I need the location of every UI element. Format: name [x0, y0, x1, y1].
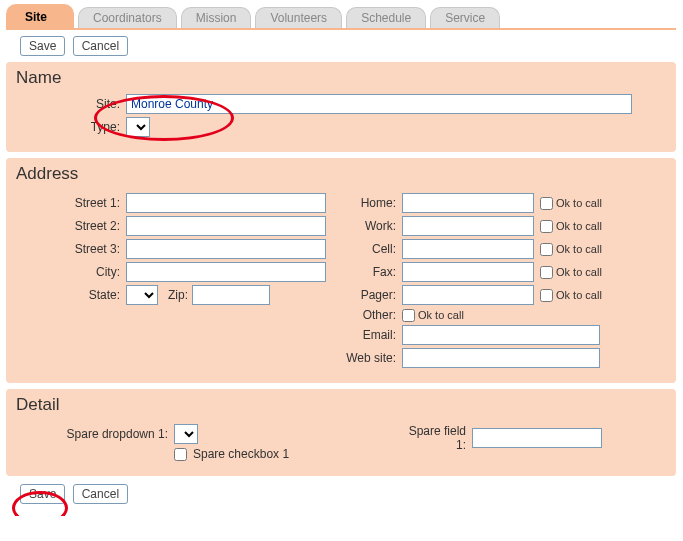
cell-label: Cell: [346, 242, 402, 256]
pager-input[interactable] [402, 285, 534, 305]
section-address: Address Street 1: Street 2: Street 3: Ci… [6, 158, 676, 383]
work-label: Work: [346, 219, 402, 233]
zip-input[interactable] [192, 285, 270, 305]
spare-dropdown-select[interactable] [174, 424, 198, 444]
home-ok-label: Ok to call [556, 197, 602, 209]
other-ok-checkbox[interactable] [402, 309, 415, 322]
street3-label: Street 3: [16, 242, 126, 256]
save-button-top[interactable]: Save [20, 36, 65, 56]
fax-ok-label: Ok to call [556, 266, 602, 278]
fax-ok-wrap[interactable]: Ok to call [540, 266, 602, 279]
cell-ok-checkbox[interactable] [540, 243, 553, 256]
spare-checkbox[interactable] [174, 448, 187, 461]
tab-coordinators[interactable]: Coordinators [78, 7, 177, 28]
section-name-title: Name [16, 68, 666, 88]
city-label: City: [16, 265, 126, 279]
site-label: Site: [16, 97, 126, 111]
fax-label: Fax: [346, 265, 402, 279]
zip-label: Zip: [168, 288, 188, 302]
spare-field-label: Spare field 1: [396, 424, 472, 452]
cancel-button-bottom[interactable]: Cancel [73, 484, 128, 504]
section-address-title: Address [16, 164, 666, 184]
work-ok-label: Ok to call [556, 220, 602, 232]
pager-ok-checkbox[interactable] [540, 289, 553, 302]
spare-checkbox-wrap[interactable]: Spare checkbox 1 [174, 447, 289, 461]
section-detail: Detail Spare dropdown 1: Spare checkbox … [6, 389, 676, 476]
home-label: Home: [346, 196, 402, 210]
cell-input[interactable] [402, 239, 534, 259]
spare-checkbox-label: Spare checkbox 1 [193, 447, 289, 461]
street1-label: Street 1: [16, 196, 126, 210]
website-input[interactable] [402, 348, 600, 368]
spare-dropdown-label: Spare dropdown 1: [16, 427, 174, 441]
tab-site[interactable]: Site [6, 4, 74, 28]
other-ok-wrap[interactable]: Ok to call [402, 309, 464, 322]
street1-input[interactable] [126, 193, 326, 213]
pager-ok-label: Ok to call [556, 289, 602, 301]
email-label: Email: [346, 328, 402, 342]
website-label: Web site: [346, 351, 402, 365]
section-detail-title: Detail [16, 395, 666, 415]
work-ok-checkbox[interactable] [540, 220, 553, 233]
state-label: State: [16, 288, 126, 302]
work-input[interactable] [402, 216, 534, 236]
state-select[interactable] [126, 285, 158, 305]
site-input[interactable] [126, 94, 632, 114]
fax-input[interactable] [402, 262, 534, 282]
fax-ok-checkbox[interactable] [540, 266, 553, 279]
email-input[interactable] [402, 325, 600, 345]
cell-ok-label: Ok to call [556, 243, 602, 255]
tab-service[interactable]: Service [430, 7, 500, 28]
type-select[interactable] [126, 117, 150, 137]
spare-field-input[interactable] [472, 428, 602, 448]
street2-label: Street 2: [16, 219, 126, 233]
tab-mission[interactable]: Mission [181, 7, 252, 28]
type-label: Type: [16, 120, 126, 134]
home-ok-checkbox[interactable] [540, 197, 553, 210]
home-input[interactable] [402, 193, 534, 213]
tab-volunteers[interactable]: Volunteers [255, 7, 342, 28]
section-name: Name Site: Type: [6, 62, 676, 152]
street3-input[interactable] [126, 239, 326, 259]
save-button-bottom[interactable]: Save [20, 484, 65, 504]
pager-ok-wrap[interactable]: Ok to call [540, 289, 602, 302]
work-ok-wrap[interactable]: Ok to call [540, 220, 602, 233]
pager-label: Pager: [346, 288, 402, 302]
cancel-button-top[interactable]: Cancel [73, 36, 128, 56]
other-ok-label: Ok to call [418, 309, 464, 321]
home-ok-wrap[interactable]: Ok to call [540, 197, 602, 210]
street2-input[interactable] [126, 216, 326, 236]
tab-schedule[interactable]: Schedule [346, 7, 426, 28]
other-label: Other: [346, 308, 402, 322]
cell-ok-wrap[interactable]: Ok to call [540, 243, 602, 256]
city-input[interactable] [126, 262, 326, 282]
